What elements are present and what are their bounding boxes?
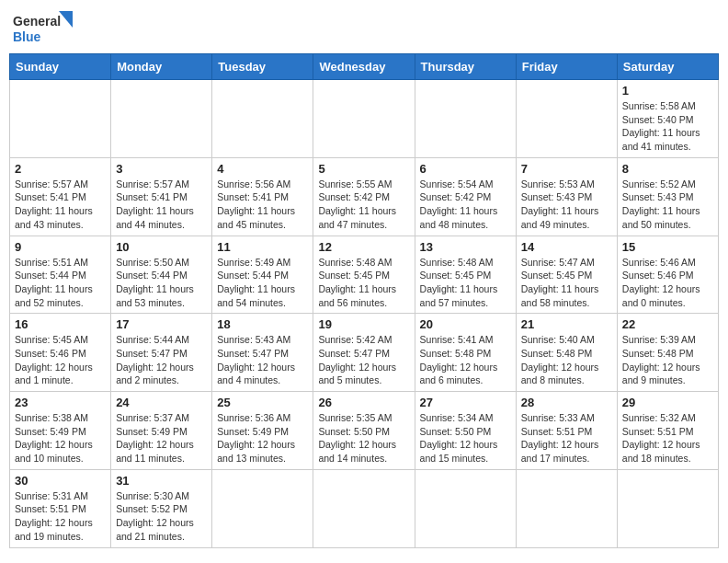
calendar-cell xyxy=(617,469,718,547)
day-number: 7 xyxy=(521,162,612,176)
day-number: 9 xyxy=(15,240,106,254)
day-number: 30 xyxy=(15,474,106,488)
weekday-header-row: SundayMondayTuesdayWednesdayThursdayFrid… xyxy=(10,54,719,80)
day-number: 15 xyxy=(622,240,713,254)
calendar-cell: 5Sunrise: 5:55 AM Sunset: 5:42 PM Daylig… xyxy=(313,157,415,236)
generalblue-logo-icon: GeneralBlue xyxy=(13,9,77,46)
day-number: 8 xyxy=(622,162,713,176)
day-number: 29 xyxy=(622,396,713,409)
calendar-cell xyxy=(415,469,516,547)
day-info: Sunrise: 5:48 AM Sunset: 5:45 PM Dayligh… xyxy=(420,256,511,310)
calendar-cell: 6Sunrise: 5:54 AM Sunset: 5:42 PM Daylig… xyxy=(415,157,516,236)
day-info: Sunrise: 5:40 AM Sunset: 5:48 PM Dayligh… xyxy=(521,333,612,387)
day-info: Sunrise: 5:51 AM Sunset: 5:44 PM Dayligh… xyxy=(15,256,106,310)
day-number: 20 xyxy=(420,317,511,331)
day-number: 27 xyxy=(420,396,511,409)
day-info: Sunrise: 5:36 AM Sunset: 5:49 PM Dayligh… xyxy=(217,411,308,465)
calendar-week-row: 9Sunrise: 5:51 AM Sunset: 5:44 PM Daylig… xyxy=(10,236,719,314)
calendar-cell xyxy=(212,469,313,547)
day-number: 22 xyxy=(622,317,713,331)
weekday-header-cell: Monday xyxy=(111,54,212,80)
calendar-week-row: 16Sunrise: 5:45 AM Sunset: 5:46 PM Dayli… xyxy=(10,314,719,392)
day-info: Sunrise: 5:46 AM Sunset: 5:46 PM Dayligh… xyxy=(622,256,713,310)
calendar-cell: 28Sunrise: 5:33 AM Sunset: 5:51 PM Dayli… xyxy=(516,392,617,470)
calendar-cell: 17Sunrise: 5:44 AM Sunset: 5:47 PM Dayli… xyxy=(111,314,212,392)
day-number: 2 xyxy=(15,162,106,176)
day-number: 12 xyxy=(318,240,409,254)
page-header: GeneralBlue xyxy=(9,9,719,46)
calendar-cell: 25Sunrise: 5:36 AM Sunset: 5:49 PM Dayli… xyxy=(212,392,313,470)
calendar-week-row: 1Sunrise: 5:58 AM Sunset: 5:40 PM Daylig… xyxy=(10,80,719,158)
calendar-cell: 14Sunrise: 5:47 AM Sunset: 5:45 PM Dayli… xyxy=(516,236,617,314)
calendar-cell: 10Sunrise: 5:50 AM Sunset: 5:44 PM Dayli… xyxy=(111,236,212,314)
day-info: Sunrise: 5:37 AM Sunset: 5:49 PM Dayligh… xyxy=(116,411,207,465)
calendar-table: SundayMondayTuesdayWednesdayThursdayFrid… xyxy=(9,53,719,548)
calendar-cell xyxy=(415,80,516,158)
svg-text:General: General xyxy=(13,14,61,29)
day-info: Sunrise: 5:56 AM Sunset: 5:41 PM Dayligh… xyxy=(217,178,308,232)
calendar-cell xyxy=(313,469,415,547)
day-number: 10 xyxy=(116,240,207,254)
calendar-cell xyxy=(516,80,617,158)
calendar-cell: 16Sunrise: 5:45 AM Sunset: 5:46 PM Dayli… xyxy=(10,314,111,392)
day-number: 1 xyxy=(622,84,713,98)
day-info: Sunrise: 5:50 AM Sunset: 5:44 PM Dayligh… xyxy=(116,256,207,310)
day-info: Sunrise: 5:47 AM Sunset: 5:45 PM Dayligh… xyxy=(521,256,612,310)
day-info: Sunrise: 5:44 AM Sunset: 5:47 PM Dayligh… xyxy=(116,333,207,387)
calendar-cell: 4Sunrise: 5:56 AM Sunset: 5:41 PM Daylig… xyxy=(212,157,313,236)
day-info: Sunrise: 5:43 AM Sunset: 5:47 PM Dayligh… xyxy=(217,333,308,387)
calendar-cell: 8Sunrise: 5:52 AM Sunset: 5:43 PM Daylig… xyxy=(617,157,718,236)
day-number: 25 xyxy=(217,396,308,409)
weekday-header-cell: Wednesday xyxy=(313,54,415,80)
day-info: Sunrise: 5:30 AM Sunset: 5:52 PM Dayligh… xyxy=(116,489,207,544)
calendar-cell: 3Sunrise: 5:57 AM Sunset: 5:41 PM Daylig… xyxy=(111,157,212,236)
logo: GeneralBlue xyxy=(13,9,77,46)
calendar-cell xyxy=(516,469,617,547)
weekday-header-cell: Sunday xyxy=(10,54,111,80)
calendar-cell: 18Sunrise: 5:43 AM Sunset: 5:47 PM Dayli… xyxy=(212,314,313,392)
day-info: Sunrise: 5:52 AM Sunset: 5:43 PM Dayligh… xyxy=(622,178,713,232)
day-number: 28 xyxy=(521,396,612,409)
day-number: 6 xyxy=(420,162,511,176)
day-number: 31 xyxy=(116,474,207,488)
calendar-cell: 19Sunrise: 5:42 AM Sunset: 5:47 PM Dayli… xyxy=(313,314,415,392)
calendar-cell: 24Sunrise: 5:37 AM Sunset: 5:49 PM Dayli… xyxy=(111,392,212,470)
calendar-cell: 20Sunrise: 5:41 AM Sunset: 5:48 PM Dayli… xyxy=(415,314,516,392)
day-info: Sunrise: 5:45 AM Sunset: 5:46 PM Dayligh… xyxy=(15,333,106,387)
weekday-header-cell: Saturday xyxy=(617,54,718,80)
calendar-cell xyxy=(212,80,313,158)
day-number: 21 xyxy=(521,317,612,331)
calendar-cell: 31Sunrise: 5:30 AM Sunset: 5:52 PM Dayli… xyxy=(111,469,212,547)
calendar-cell xyxy=(313,80,415,158)
day-number: 26 xyxy=(318,396,409,409)
day-info: Sunrise: 5:38 AM Sunset: 5:49 PM Dayligh… xyxy=(15,411,106,465)
svg-marker-2 xyxy=(59,11,73,28)
day-info: Sunrise: 5:49 AM Sunset: 5:44 PM Dayligh… xyxy=(217,256,308,310)
day-info: Sunrise: 5:35 AM Sunset: 5:50 PM Dayligh… xyxy=(318,411,409,465)
day-info: Sunrise: 5:31 AM Sunset: 5:51 PM Dayligh… xyxy=(15,489,106,544)
day-number: 16 xyxy=(15,317,106,331)
calendar-cell: 9Sunrise: 5:51 AM Sunset: 5:44 PM Daylig… xyxy=(10,236,111,314)
day-number: 11 xyxy=(217,240,308,254)
day-number: 17 xyxy=(116,317,207,331)
weekday-header-cell: Thursday xyxy=(415,54,516,80)
day-number: 19 xyxy=(318,317,409,331)
calendar-cell: 21Sunrise: 5:40 AM Sunset: 5:48 PM Dayli… xyxy=(516,314,617,392)
calendar-cell: 15Sunrise: 5:46 AM Sunset: 5:46 PM Dayli… xyxy=(617,236,718,314)
day-number: 24 xyxy=(116,396,207,409)
day-number: 3 xyxy=(116,162,207,176)
day-info: Sunrise: 5:39 AM Sunset: 5:48 PM Dayligh… xyxy=(622,333,713,387)
day-info: Sunrise: 5:48 AM Sunset: 5:45 PM Dayligh… xyxy=(318,256,409,310)
weekday-header-cell: Friday xyxy=(516,54,617,80)
day-info: Sunrise: 5:57 AM Sunset: 5:41 PM Dayligh… xyxy=(116,178,207,232)
calendar-body: 1Sunrise: 5:58 AM Sunset: 5:40 PM Daylig… xyxy=(10,80,719,548)
day-number: 5 xyxy=(318,162,409,176)
day-info: Sunrise: 5:34 AM Sunset: 5:50 PM Dayligh… xyxy=(420,411,511,465)
calendar-cell: 23Sunrise: 5:38 AM Sunset: 5:49 PM Dayli… xyxy=(10,392,111,470)
day-number: 18 xyxy=(217,317,308,331)
calendar-cell: 11Sunrise: 5:49 AM Sunset: 5:44 PM Dayli… xyxy=(212,236,313,314)
calendar-week-row: 2Sunrise: 5:57 AM Sunset: 5:41 PM Daylig… xyxy=(10,157,719,236)
day-info: Sunrise: 5:53 AM Sunset: 5:43 PM Dayligh… xyxy=(521,178,612,232)
day-info: Sunrise: 5:42 AM Sunset: 5:47 PM Dayligh… xyxy=(318,333,409,387)
calendar-cell: 29Sunrise: 5:32 AM Sunset: 5:51 PM Dayli… xyxy=(617,392,718,470)
